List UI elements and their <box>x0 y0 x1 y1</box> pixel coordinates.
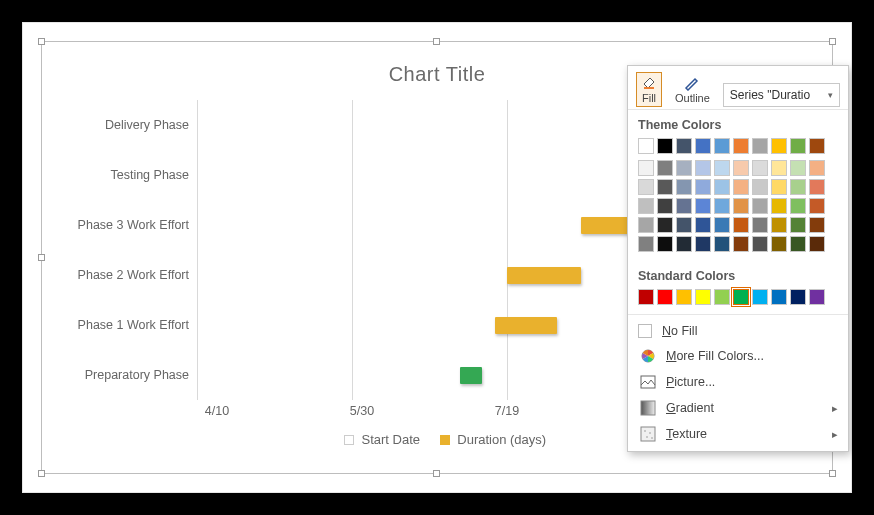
standard-color-swatch[interactable] <box>695 289 711 305</box>
standard-colors-header: Standard Colors <box>628 261 848 287</box>
theme-color-swatch[interactable] <box>771 217 787 233</box>
theme-color-swatch[interactable] <box>638 179 654 195</box>
theme-color-swatch[interactable] <box>790 179 806 195</box>
theme-color-swatch[interactable] <box>638 217 654 233</box>
y-axis-label: Phase 2 Work Effort <box>57 250 197 300</box>
theme-color-swatch[interactable] <box>733 160 749 176</box>
y-axis-label: Preparatory Phase <box>57 350 197 400</box>
series-selector[interactable]: Series "Duratio ▾ <box>723 83 840 107</box>
standard-color-swatch[interactable] <box>771 289 787 305</box>
no-fill-icon <box>638 324 652 338</box>
svg-rect-0 <box>644 87 654 89</box>
theme-color-swatch[interactable] <box>714 160 730 176</box>
theme-color-swatch[interactable] <box>657 198 673 214</box>
theme-color-swatch[interactable] <box>752 198 768 214</box>
outline-button[interactable]: Outline <box>670 72 715 107</box>
theme-color-swatch[interactable] <box>752 138 768 154</box>
theme-color-swatch[interactable] <box>695 138 711 154</box>
gradient-fill-item[interactable]: Gradient <box>628 395 848 421</box>
theme-color-swatch[interactable] <box>733 217 749 233</box>
theme-color-swatch[interactable] <box>752 217 768 233</box>
standard-color-swatch[interactable] <box>733 289 749 305</box>
theme-color-swatch[interactable] <box>771 179 787 195</box>
theme-color-swatch[interactable] <box>733 179 749 195</box>
standard-color-swatch[interactable] <box>809 289 825 305</box>
theme-color-swatch[interactable] <box>676 217 692 233</box>
theme-color-swatch[interactable] <box>771 198 787 214</box>
theme-color-swatch[interactable] <box>676 236 692 252</box>
theme-color-swatch[interactable] <box>714 179 730 195</box>
standard-color-swatch[interactable] <box>714 289 730 305</box>
theme-color-swatch[interactable] <box>752 160 768 176</box>
theme-color-swatch[interactable] <box>752 236 768 252</box>
svg-point-7 <box>646 436 648 438</box>
color-wheel-icon <box>640 348 656 364</box>
theme-color-swatch[interactable] <box>638 160 654 176</box>
theme-color-swatch[interactable] <box>657 179 673 195</box>
theme-color-swatch[interactable] <box>657 236 673 252</box>
standard-color-swatch[interactable] <box>638 289 654 305</box>
standard-color-swatch[interactable] <box>790 289 806 305</box>
gantt-bar[interactable] <box>495 317 557 334</box>
theme-color-swatch[interactable] <box>676 160 692 176</box>
theme-color-swatch[interactable] <box>790 198 806 214</box>
theme-color-swatch[interactable] <box>695 236 711 252</box>
theme-color-swatch[interactable] <box>733 138 749 154</box>
svg-point-8 <box>651 437 653 439</box>
theme-color-swatch[interactable] <box>733 236 749 252</box>
theme-color-swatch[interactable] <box>790 138 806 154</box>
more-fill-colors-item[interactable]: More Fill Colors... <box>628 343 848 369</box>
theme-color-swatch[interactable] <box>657 160 673 176</box>
theme-color-swatch[interactable] <box>809 198 825 214</box>
standard-color-swatch[interactable] <box>752 289 768 305</box>
theme-color-swatch[interactable] <box>809 138 825 154</box>
gantt-bar[interactable] <box>507 267 581 284</box>
theme-color-swatch[interactable] <box>638 138 654 154</box>
theme-color-swatch[interactable] <box>809 217 825 233</box>
standard-color-swatch[interactable] <box>657 289 673 305</box>
theme-color-swatch[interactable] <box>790 236 806 252</box>
no-fill-item[interactable]: No Fill <box>628 319 848 343</box>
theme-color-swatch[interactable] <box>771 236 787 252</box>
theme-color-swatch[interactable] <box>790 217 806 233</box>
theme-color-swatch[interactable] <box>695 217 711 233</box>
texture-fill-item[interactable]: Texture <box>628 421 848 447</box>
theme-color-swatch[interactable] <box>752 179 768 195</box>
legend-swatch-startdate <box>344 435 354 445</box>
outline-button-label: Outline <box>675 92 710 104</box>
gradient-icon <box>640 400 656 416</box>
fill-button[interactable]: Fill <box>636 72 662 107</box>
theme-color-swatch[interactable] <box>714 217 730 233</box>
y-axis-label: Phase 3 Work Effort <box>57 200 197 250</box>
theme-color-swatch[interactable] <box>695 198 711 214</box>
x-axis-tick: 5/30 <box>342 404 382 418</box>
theme-color-swatch[interactable] <box>695 160 711 176</box>
gantt-bar[interactable] <box>460 367 482 384</box>
theme-color-swatch[interactable] <box>657 138 673 154</box>
theme-color-swatch[interactable] <box>676 198 692 214</box>
theme-color-swatch[interactable] <box>733 198 749 214</box>
gantt-bar[interactable] <box>581 217 631 234</box>
picture-icon <box>640 374 656 390</box>
theme-color-swatch[interactable] <box>809 179 825 195</box>
theme-color-swatch[interactable] <box>809 236 825 252</box>
theme-color-swatch[interactable] <box>638 198 654 214</box>
theme-color-swatch[interactable] <box>809 160 825 176</box>
theme-color-swatch[interactable] <box>790 160 806 176</box>
theme-color-swatch[interactable] <box>695 179 711 195</box>
theme-color-swatch[interactable] <box>771 160 787 176</box>
theme-color-swatch[interactable] <box>657 217 673 233</box>
chevron-down-icon: ▾ <box>828 90 833 100</box>
theme-color-swatch[interactable] <box>714 236 730 252</box>
theme-color-swatch[interactable] <box>714 198 730 214</box>
picture-fill-item[interactable]: Picture... <box>628 369 848 395</box>
theme-color-swatch[interactable] <box>771 138 787 154</box>
theme-color-swatch[interactable] <box>638 236 654 252</box>
gridline <box>197 100 198 400</box>
x-axis-tick: 7/19 <box>487 404 527 418</box>
paint-bucket-icon <box>641 75 657 91</box>
theme-color-swatch[interactable] <box>676 138 692 154</box>
standard-color-swatch[interactable] <box>676 289 692 305</box>
theme-color-swatch[interactable] <box>714 138 730 154</box>
theme-color-swatch[interactable] <box>676 179 692 195</box>
